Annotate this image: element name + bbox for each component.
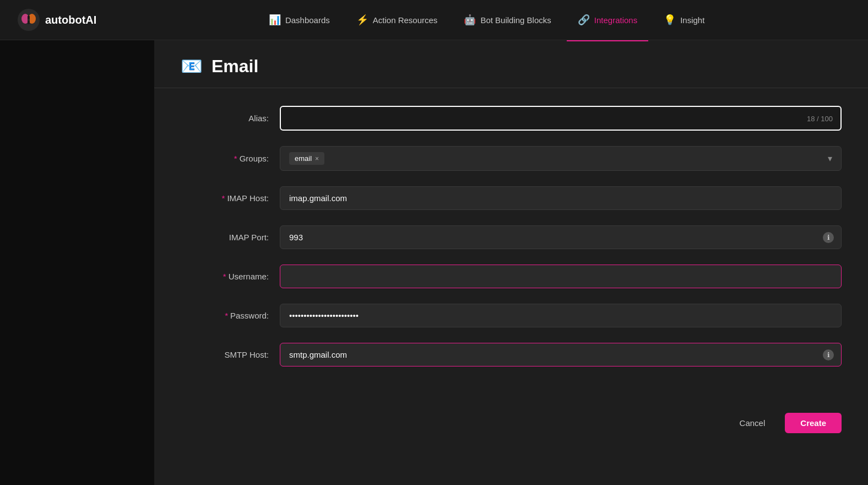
logo[interactable]: autobotAI	[18, 9, 96, 31]
nav-label-dashboards: Dashboards	[285, 15, 330, 25]
username-label: *Username:	[181, 272, 280, 281]
password-required-star: *	[225, 311, 228, 320]
imap-port-input[interactable]	[280, 225, 842, 249]
username-required-star: *	[223, 272, 226, 281]
imap-host-row: *IMAP Host:	[181, 186, 842, 210]
navbar: autobotAI 📊 Dashboards ⚡ Action Resource…	[0, 0, 868, 40]
remove-email-tag[interactable]: ×	[315, 155, 319, 163]
nav-item-bot-building-blocks[interactable]: 🤖 Bot Building Blocks	[453, 9, 562, 30]
action-resources-icon: ⚡	[356, 14, 368, 26]
nav-label-integrations: Integrations	[594, 15, 637, 25]
chevron-down-icon: ▾	[828, 153, 832, 164]
password-label: *Password:	[181, 311, 280, 320]
insight-icon: 💡	[664, 14, 676, 26]
page-header: 📧 Email	[154, 40, 868, 88]
bot-building-blocks-icon: 🤖	[464, 14, 476, 26]
password-input[interactable]	[280, 304, 842, 327]
password-row: *Password:	[181, 304, 842, 327]
form-area: Alias: 18 / 100 *Groups: email	[154, 88, 868, 400]
logo-text: autobotAI	[45, 14, 96, 26]
nav-item-dashboards[interactable]: 📊 Dashboards	[258, 9, 341, 30]
nav-label-action-resources: Action Resources	[373, 15, 438, 25]
footer-row: Cancel Create	[154, 404, 868, 442]
imap-host-required-star: *	[222, 193, 225, 203]
integrations-icon: 🔗	[578, 14, 590, 26]
alias-label: Alias:	[181, 114, 280, 123]
username-row: *Username:	[181, 265, 842, 288]
imap-host-label: *IMAP Host:	[181, 193, 280, 203]
page-title: Email	[211, 56, 258, 77]
layout: 📧 Email Alias: 18 / 100 *Groups:	[0, 40, 868, 485]
nav-items: 📊 Dashboards ⚡ Action Resources 🤖 Bot Bu…	[123, 9, 850, 30]
alias-input[interactable]	[280, 106, 842, 131]
groups-row: *Groups: email × ▾	[181, 146, 842, 171]
groups-select[interactable]: email × ▾	[280, 146, 842, 171]
imap-port-info-icon[interactable]: ℹ	[823, 232, 834, 243]
nav-item-action-resources[interactable]: ⚡ Action Resources	[345, 9, 449, 30]
password-field-wrap	[280, 304, 842, 327]
imap-port-label: IMAP Port:	[181, 233, 280, 242]
groups-required-star: *	[234, 154, 237, 163]
svg-point-4	[28, 19, 30, 21]
groups-label: *Groups:	[181, 154, 280, 163]
imap-host-field-wrap	[280, 186, 842, 210]
nav-label-insight: Insight	[680, 15, 704, 25]
imap-host-input[interactable]	[280, 186, 842, 210]
smtp-host-info-icon[interactable]: ℹ	[823, 349, 834, 360]
username-field-wrap	[280, 265, 842, 288]
smtp-host-input[interactable]	[280, 343, 842, 367]
email-icon: 📧	[181, 56, 203, 77]
imap-port-row: IMAP Port: ℹ	[181, 225, 842, 249]
imap-port-field-wrap: ℹ	[280, 225, 842, 249]
smtp-host-label: SMTP Host:	[181, 350, 280, 359]
sidebar	[0, 40, 154, 485]
smtp-host-row: SMTP Host: ℹ	[181, 343, 842, 367]
nav-item-insight[interactable]: 💡 Insight	[653, 9, 715, 30]
smtp-host-field-wrap: ℹ	[280, 343, 842, 367]
main-content: 📧 Email Alias: 18 / 100 *Groups:	[154, 40, 868, 485]
nav-item-integrations[interactable]: 🔗 Integrations	[567, 9, 648, 30]
alias-counter: 18 / 100	[807, 114, 833, 122]
create-button[interactable]: Create	[785, 413, 842, 433]
dashboards-icon: 📊	[269, 14, 281, 26]
alias-row: Alias: 18 / 100	[181, 106, 842, 131]
logo-icon	[18, 9, 40, 31]
groups-tags: email ×	[289, 152, 324, 165]
cancel-button[interactable]: Cancel	[729, 413, 777, 433]
email-tag: email ×	[289, 152, 324, 165]
groups-field-wrap: email × ▾	[280, 146, 842, 171]
nav-label-bot-building-blocks: Bot Building Blocks	[480, 15, 551, 25]
username-input[interactable]	[280, 265, 842, 288]
alias-field-wrap: 18 / 100	[280, 106, 842, 131]
